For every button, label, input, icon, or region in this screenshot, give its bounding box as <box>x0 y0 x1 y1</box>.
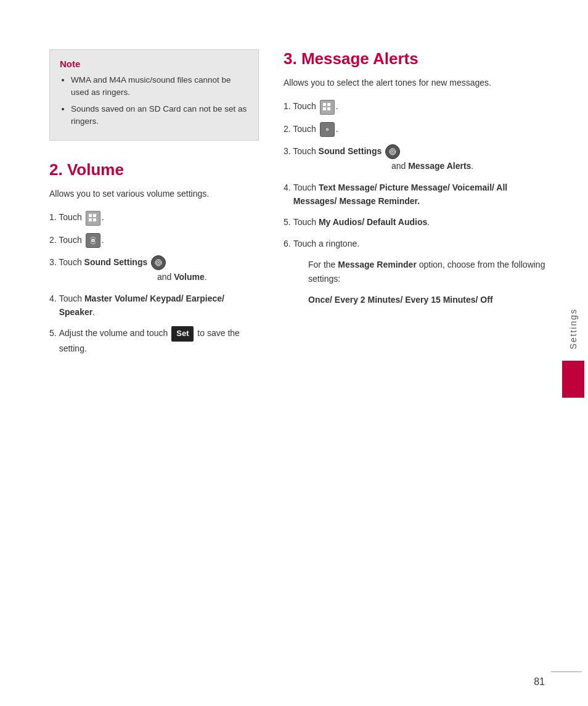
svg-rect-3 <box>93 218 96 221</box>
section-volume: 2. Volume Allows you to set various volu… <box>49 160 259 356</box>
alerts-step-2: 2. Touch . <box>284 122 551 137</box>
sound-icon <box>151 255 166 270</box>
bottom-divider <box>551 671 582 672</box>
step-number-4: 4. <box>49 292 57 305</box>
page-number: 81 <box>534 676 545 688</box>
sound-icon-2 <box>385 144 400 159</box>
alerts-step-text-3: and Message Alerts. <box>384 144 551 173</box>
note-item-2: Sounds saved on an SD Card can not be se… <box>71 103 248 128</box>
alerts-step-5: 5. Touch My Audios/ Default Audios. <box>284 215 551 229</box>
svg-rect-10 <box>323 103 326 106</box>
note-box: Note WMA and M4A music/sound files canno… <box>49 49 259 141</box>
note-title: Note <box>60 59 248 69</box>
alerts-step-number-2: 2. Touch <box>284 122 316 136</box>
alerts-step-1: 1. Touch . <box>284 99 551 114</box>
section-message-alerts: 3. Message Alerts Allows you to select t… <box>284 49 551 306</box>
svg-rect-2 <box>89 218 92 221</box>
alerts-step-text-2: . <box>319 122 551 137</box>
alerts-step-4: 4. Touch Text Message/ Picture Message/ … <box>284 181 551 208</box>
volume-desc: Allows you to set various volume setting… <box>49 187 259 200</box>
note-list: WMA and M4A music/sound files cannot be … <box>60 74 248 128</box>
volume-step-1: 1. Touch . <box>49 210 259 225</box>
gear-icon-2 <box>320 122 335 137</box>
svg-rect-11 <box>327 103 330 106</box>
svg-rect-1 <box>93 214 96 217</box>
right-column: 3. Message Alerts Allows you to select t… <box>284 49 551 363</box>
gear-icon <box>86 233 100 248</box>
volume-step-2: 2. Touch . <box>49 233 259 248</box>
reminder-options: Once/ Every 2 Minutes/ Every 15 Minutes/… <box>296 293 551 306</box>
svg-point-15 <box>327 129 328 130</box>
page-content: Note WMA and M4A music/sound files canno… <box>0 0 588 400</box>
alerts-step-number-6: 6. <box>284 237 291 250</box>
alerts-step-number-1: 1. Touch <box>284 99 316 113</box>
step-text-5: Adjust the volume and touch Set to save … <box>59 326 259 355</box>
note-item-1: WMA and M4A music/sound files cannot be … <box>71 74 248 99</box>
alerts-step-number-4: 4. <box>284 181 291 194</box>
volume-step-3: 3. Touch Sound Settings and Volume. <box>49 255 259 284</box>
apps-icon <box>86 211 100 226</box>
step-number-5: 5. <box>49 326 57 340</box>
message-alerts-heading: 3. Message Alerts <box>284 49 551 68</box>
svg-rect-12 <box>323 107 326 110</box>
alerts-step-text-6: Touch a ringtone. <box>293 237 551 250</box>
svg-point-9 <box>158 262 159 263</box>
volume-heading: 2. Volume <box>49 160 259 179</box>
step-number-2: 2. Touch <box>49 233 82 247</box>
message-alerts-desc: Allows you to select the alert tones for… <box>284 76 551 89</box>
step-number: 1. Touch <box>49 210 82 224</box>
volume-step-5: 5. Adjust the volume and touch Set to sa… <box>49 326 259 355</box>
step-text-3: and Volume. <box>150 255 259 284</box>
alerts-step-text-1: . <box>319 99 551 114</box>
settings-bar <box>562 361 584 398</box>
svg-point-18 <box>392 151 393 152</box>
left-column: Note WMA and M4A music/sound files canno… <box>49 49 259 363</box>
step-text-2: . <box>84 233 259 248</box>
apps-icon-2 <box>320 100 335 115</box>
svg-rect-0 <box>89 214 92 217</box>
step-text: . <box>84 210 259 225</box>
step-number-3: 3. Touch Sound Settings <box>49 255 147 269</box>
alerts-step-text-5: Touch My Audios/ Default Audios. <box>293 215 551 229</box>
set-button: Set <box>171 326 194 342</box>
svg-point-6 <box>92 240 94 241</box>
alerts-step-number-5: 5. <box>284 215 291 229</box>
alerts-step-text-4: Touch Text Message/ Picture Message/ Voi… <box>293 181 551 208</box>
alerts-step-6: 6. Touch a ringtone. <box>284 237 551 250</box>
svg-rect-13 <box>327 107 330 110</box>
alerts-step-3: 3. Touch Sound Settings and Message Aler… <box>284 144 551 173</box>
alerts-step-number-3: 3. Touch Sound Settings <box>284 144 382 158</box>
step-text-4: Touch Master Volume/ Keypad/ Earpiece/ S… <box>59 292 259 319</box>
settings-sidebar: Settings <box>558 0 588 706</box>
reminder-note: For the Message Reminder option, choose … <box>296 258 551 285</box>
volume-step-4: 4. Touch Master Volume/ Keypad/ Earpiece… <box>49 292 259 319</box>
settings-label: Settings <box>568 308 578 350</box>
